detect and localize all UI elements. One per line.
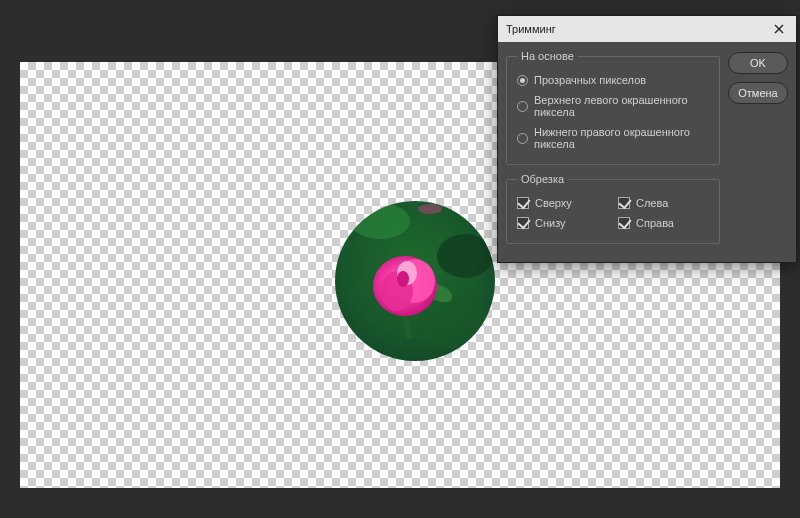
layer-content-rose <box>335 201 495 361</box>
checkbox-icon <box>618 217 630 229</box>
checkbox-icon <box>517 197 529 209</box>
dialog-titlebar[interactable]: Тримминг <box>498 16 796 42</box>
dialog-buttons-column: OK Отмена <box>728 50 788 252</box>
radio-label: Прозрачных пикселов <box>534 74 646 86</box>
svg-point-2 <box>437 234 493 278</box>
check-top[interactable]: Сверху <box>517 193 608 213</box>
radio-icon <box>517 133 528 144</box>
cancel-button[interactable]: Отмена <box>728 82 788 104</box>
radio-top-left-pixel[interactable]: Верхнего левого окрашенного пиксела <box>517 90 709 122</box>
close-button[interactable] <box>770 20 788 38</box>
check-label: Слева <box>636 197 668 209</box>
ok-button[interactable]: OK <box>728 52 788 74</box>
radio-bottom-right-pixel[interactable]: Нижнего правого окрашенного пиксела <box>517 122 709 154</box>
radio-transparent-pixels[interactable]: Прозрачных пикселов <box>517 70 709 90</box>
trim-away-grid: Сверху Слева Снизу Справа <box>517 193 709 233</box>
dialog-options-column: На основе Прозрачных пикселов Верхнего л… <box>506 50 720 252</box>
based-on-group: На основе Прозрачных пикселов Верхнего л… <box>506 50 720 165</box>
checkbox-icon <box>517 217 529 229</box>
close-icon <box>774 24 784 34</box>
radio-icon <box>517 75 528 86</box>
check-label: Снизу <box>535 217 566 229</box>
dialog-title: Тримминг <box>506 23 556 35</box>
check-right[interactable]: Справа <box>618 213 709 233</box>
trim-away-group: Обрезка Сверху Слева Снизу <box>506 173 720 244</box>
svg-point-9 <box>397 271 409 287</box>
check-label: Справа <box>636 217 674 229</box>
rose-image <box>335 201 495 361</box>
radio-label: Нижнего правого окрашенного пиксела <box>534 126 709 150</box>
trim-away-legend: Обрезка <box>517 173 568 185</box>
checkbox-icon <box>618 197 630 209</box>
radio-label: Верхнего левого окрашенного пиксела <box>534 94 709 118</box>
svg-point-10 <box>418 204 442 214</box>
check-bottom[interactable]: Снизу <box>517 213 608 233</box>
dialog-body: На основе Прозрачных пикселов Верхнего л… <box>498 42 796 262</box>
check-left[interactable]: Слева <box>618 193 709 213</box>
check-label: Сверху <box>535 197 572 209</box>
radio-icon <box>517 101 528 112</box>
based-on-legend: На основе <box>517 50 578 62</box>
trim-dialog: Тримминг На основе Прозрачных пикселов В… <box>497 15 797 263</box>
